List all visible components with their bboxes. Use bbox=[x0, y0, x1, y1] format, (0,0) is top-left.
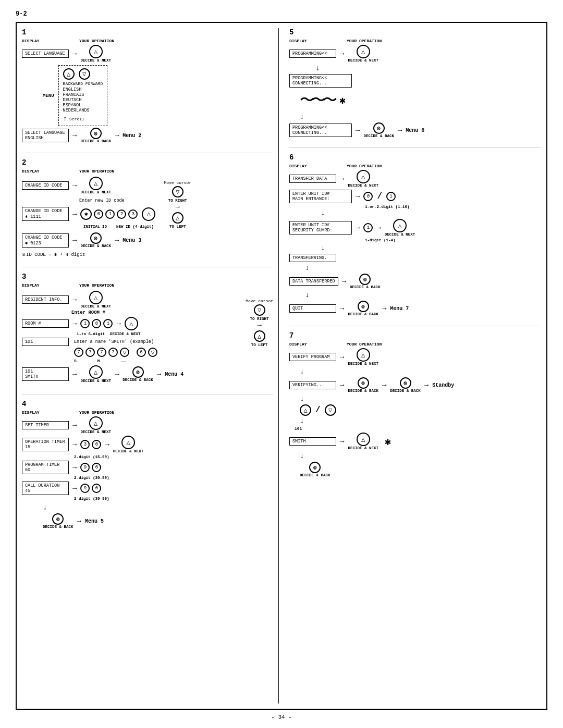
s7-up-btn[interactable]: △ bbox=[300, 404, 311, 416]
s2-num1[interactable]: 1 bbox=[105, 209, 115, 219]
s7-back-btn1[interactable]: ⊗ bbox=[358, 377, 369, 389]
s4-back-btn[interactable]: ⊗ bbox=[52, 513, 64, 525]
s5-decide-btn[interactable]: △ bbox=[357, 45, 370, 58]
s2-num2[interactable]: 2 bbox=[117, 209, 126, 219]
s2-back-btn[interactable]: ⊗ bbox=[90, 232, 102, 244]
s3-keypad: 7 7 7 7 ▽ 6 ▽ S M bbox=[74, 348, 242, 363]
s6-back-btn[interactable]: ⊗ bbox=[359, 274, 371, 285]
s4-arrow1: → bbox=[72, 421, 77, 429]
s1-decide-back-label: DECIDE & BACK bbox=[80, 139, 111, 143]
s4-box2: OPERATION TIMER15 bbox=[22, 438, 69, 451]
s6-row2: ENTER UNIT ID#MAIN ENTRANCE: → 0 / 1 bbox=[289, 190, 541, 203]
s5-down-arrow2: ↓ bbox=[300, 113, 304, 121]
s7-decide-btn2[interactable]: △ bbox=[357, 433, 370, 446]
s3-k7a[interactable]: 7 bbox=[74, 348, 83, 357]
s1-arrow1: → bbox=[72, 50, 77, 58]
s4-n0c[interactable]: 0 bbox=[92, 484, 101, 493]
s2-num3[interactable]: 3 bbox=[128, 209, 138, 219]
s2-decide-btn[interactable]: △ bbox=[89, 177, 103, 190]
s3-decide-back: DECIDE & BACK bbox=[123, 378, 153, 382]
s7-star: ✱ bbox=[385, 435, 391, 448]
s3-k6[interactable]: 6 bbox=[137, 348, 146, 357]
s6-n1b[interactable]: 1 bbox=[363, 223, 373, 232]
s6-n1[interactable]: 1 bbox=[386, 192, 396, 201]
section-2: 2 DISPLAY YOUR OPERATION CHANGE ID CODE … bbox=[22, 158, 273, 257]
s6-n0[interactable]: 0 bbox=[363, 192, 373, 201]
s1-decide-btn[interactable]: △ bbox=[89, 45, 103, 58]
s2-num0[interactable]: 0 bbox=[94, 209, 103, 219]
s3-up-btn[interactable]: △ bbox=[254, 330, 265, 342]
s3-num0[interactable]: 0 bbox=[92, 319, 101, 328]
s6-arrow7: → bbox=[382, 304, 386, 313]
s3-num1[interactable]: 1 bbox=[80, 319, 90, 328]
s3-decide-btn[interactable]: △ bbox=[89, 291, 103, 304]
s1-row1: SELECT LANGUAGE → △ DECIDE & NEXT bbox=[22, 45, 273, 63]
s2-row2: CHANGE ID CODE✱ 1111 → ✱ 0 1 2 3 △ bbox=[22, 207, 155, 221]
s6-arrow5: → bbox=[342, 277, 346, 286]
s6-decide-next: DECIDE & NEXT bbox=[348, 183, 378, 188]
s5-back-btn[interactable]: ⊗ bbox=[373, 122, 385, 134]
section-4: 4 DISPLAY YOUR OPERATION SET TIMER → △ D… bbox=[22, 400, 273, 530]
right-column: 5 DISPLAY YOUR OPERATION PROGRAMMING<< →… bbox=[284, 28, 541, 704]
section-3-headers: DISPLAY YOUR OPERATION bbox=[22, 283, 273, 288]
s4-n0[interactable]: 0 bbox=[92, 440, 101, 449]
s3-k7c[interactable]: 7 bbox=[97, 348, 106, 357]
s2-down-btn[interactable]: ▽ bbox=[172, 186, 183, 198]
s7-down-btn[interactable]: ▽ bbox=[325, 404, 336, 416]
s3-arrow3: → bbox=[116, 319, 120, 328]
s3-k6b[interactable]: ▽ bbox=[148, 348, 157, 357]
s4-n0b[interactable]: 0 bbox=[92, 463, 101, 472]
s3-k7b[interactable]: 7 bbox=[85, 348, 95, 357]
s1-lang5: NEDERLANDS bbox=[63, 108, 103, 113]
s7-decide-btn[interactable]: △ bbox=[357, 348, 370, 362]
s7-back-btn3[interactable]: ⊗ bbox=[309, 462, 321, 473]
s6-row1: TRANSFER DATA → △ DECIDE & NEXT bbox=[289, 170, 541, 188]
s3-decide-btn2[interactable]: △ bbox=[125, 317, 138, 330]
s2-row1: CHANGE ID CODE → △ DECIDE & NEXT bbox=[22, 177, 155, 194]
s6-down-arrow2: ↓ bbox=[321, 244, 325, 252]
s2-to-right: TO RIGHT bbox=[168, 199, 187, 203]
s3-down-btn[interactable]: ▽ bbox=[254, 304, 265, 316]
s3-decide-btn3[interactable]: △ bbox=[89, 365, 103, 379]
section-1-number: 1 bbox=[22, 28, 273, 36]
s2-arrow4: → bbox=[115, 236, 119, 244]
s4-decide-btn[interactable]: △ bbox=[89, 416, 103, 430]
s4-row4: CALL DURATION45 → 9 0 bbox=[22, 482, 273, 495]
s3-back-btn[interactable]: ⊗ bbox=[132, 366, 144, 378]
s6-back-btn2[interactable]: ⊗ bbox=[358, 301, 369, 312]
s1-backward-btn[interactable]: △ bbox=[63, 68, 75, 80]
s7-back-btn2[interactable]: ⊗ bbox=[400, 377, 411, 389]
s3-k7e[interactable]: ▽ bbox=[120, 348, 129, 357]
s6-decide-btn2[interactable]: △ bbox=[393, 219, 407, 232]
s4-n9[interactable]: 9 bbox=[80, 463, 90, 472]
s7-down-arrow3: ↓ bbox=[300, 417, 304, 425]
s2-up-btn[interactable]: △ bbox=[142, 207, 155, 221]
s3-num1b[interactable]: 1 bbox=[103, 319, 113, 328]
s4-n3[interactable]: 3 bbox=[80, 440, 90, 449]
s6-decide-btn[interactable]: △ bbox=[357, 170, 370, 183]
s6-box4: TRANSFERRING. bbox=[289, 254, 336, 262]
s2-up2-btn[interactable]: △ bbox=[172, 212, 183, 224]
s3-enter-name: Enter a name 'SMITH' (example) bbox=[74, 339, 154, 344]
s4-decide-btn2[interactable]: △ bbox=[121, 436, 135, 449]
s3-row2: ROOM # → 1 0 1 → △ bbox=[22, 317, 242, 330]
s5-wavy: 〜〜〜 bbox=[300, 90, 334, 110]
s2-decide-back: DECIDE & BACK bbox=[80, 244, 111, 248]
s1-forward-btn[interactable]: ▽ bbox=[79, 68, 90, 80]
s1-back-btn[interactable]: ⊗ bbox=[90, 128, 102, 139]
s3-arrow5: → bbox=[115, 370, 119, 378]
s7-101-label: 101 bbox=[295, 426, 541, 431]
s4-arrow6: → bbox=[77, 517, 81, 525]
s5-row1: PROGRAMMING<< → △ DECIDE & NEXT bbox=[289, 45, 541, 63]
s4-n9b[interactable]: 9 bbox=[80, 484, 90, 493]
s1-menu2: Menu 2 bbox=[123, 133, 141, 139]
section-4-number: 4 bbox=[22, 400, 273, 408]
s2-star-btn[interactable]: ✱ bbox=[80, 208, 92, 220]
s2-to-left: TO LEFT bbox=[169, 225, 186, 229]
s7-arrow5: → bbox=[340, 437, 344, 446]
s3-right-arr: → bbox=[257, 321, 261, 329]
s4-30-99: 2-digit (30-99) bbox=[74, 476, 273, 480]
s6-decide-back2: DECIDE & BACK bbox=[348, 312, 378, 316]
s1-lang1: ENGLISH bbox=[63, 87, 103, 92]
s3-k7d[interactable]: 7 bbox=[108, 348, 118, 357]
